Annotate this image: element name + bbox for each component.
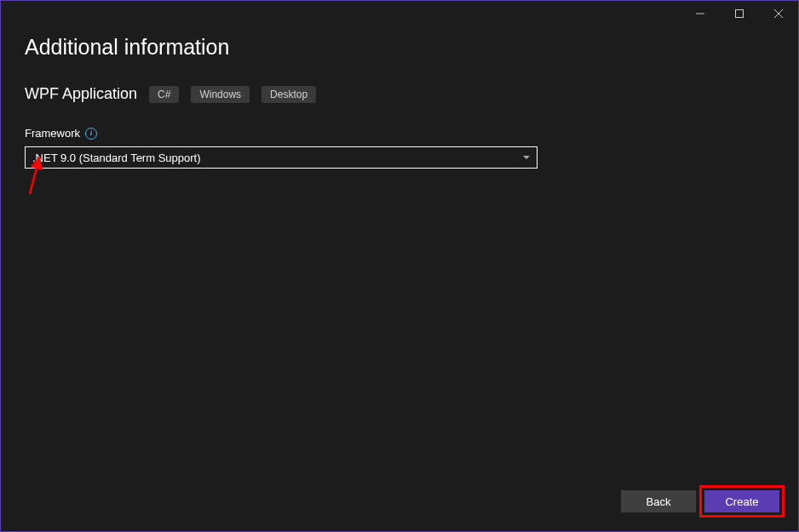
button-bar: Back Create (621, 490, 779, 512)
info-icon[interactable]: i (85, 128, 97, 140)
framework-label: Framework (25, 127, 80, 140)
framework-select[interactable]: .NET 9.0 (Standard Term Support) (25, 146, 537, 169)
tag-csharp: C# (149, 86, 179, 103)
tag-windows: Windows (191, 86, 250, 103)
close-button[interactable] (759, 1, 798, 26)
content-area: Additional information WPF Application C… (1, 26, 798, 169)
subtitle-row: WPF Application C# Windows Desktop (25, 85, 774, 103)
framework-label-row: Framework i (25, 127, 774, 140)
svg-rect-1 (736, 10, 744, 18)
page-title: Additional information (25, 35, 774, 60)
create-button[interactable]: Create (704, 490, 779, 512)
titlebar (1, 1, 798, 26)
back-button[interactable]: Back (621, 490, 696, 512)
tag-desktop: Desktop (262, 86, 316, 103)
project-type-name: WPF Application (25, 85, 137, 103)
framework-select-wrapper: .NET 9.0 (Standard Term Support) (25, 146, 537, 169)
framework-selected-value: .NET 9.0 (Standard Term Support) (32, 152, 201, 164)
maximize-button[interactable] (720, 1, 759, 26)
minimize-button[interactable] (681, 1, 720, 26)
chevron-down-icon (523, 156, 530, 159)
